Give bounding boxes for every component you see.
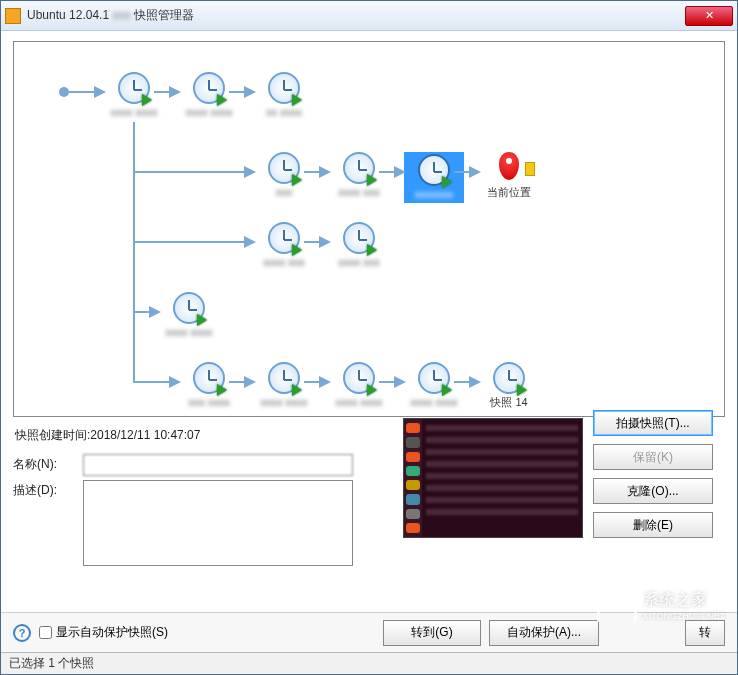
snapshot-node-selected[interactable]: xxxxxxx <box>404 152 464 203</box>
origin-node[interactable] <box>59 87 69 97</box>
snapshot-node[interactable]: xxxx xxxx <box>404 362 464 409</box>
content-area: xxxx xxxx xxxx xxxx xx xxxx xxx xxxx xxx… <box>1 31 737 612</box>
snapshot-node[interactable]: xxxx xxx <box>329 152 389 199</box>
help-icon[interactable]: ? <box>13 624 31 642</box>
delete-button[interactable]: 删除(E) <box>593 512 713 538</box>
snapshot-node[interactable]: xxxx xxxx <box>179 72 239 119</box>
snapshot-node[interactable]: xxx xxxx <box>179 362 239 409</box>
bottom-toolbar: ? 显示自动保护快照(S) 转到(G) 自动保护(A)... 转 系统之家 XI… <box>1 612 737 652</box>
goto2-button[interactable]: 转 <box>685 620 725 646</box>
show-autoprotect-input[interactable] <box>39 626 52 639</box>
take-snapshot-button[interactable]: 拍摄快照(T)... <box>593 410 713 436</box>
description-textarea[interactable] <box>83 480 353 566</box>
snapshot-tree-panel[interactable]: xxxx xxxx xxxx xxxx xx xxxx xxx xxxx xxx… <box>13 41 725 417</box>
snapshot-node[interactable]: xx xxxx <box>254 72 314 119</box>
snapshot-14-node[interactable]: 快照 14 <box>479 362 539 409</box>
snapshot-node[interactable]: xxxx xxxx <box>159 292 219 339</box>
window-title: Ubuntu 12.04.1 xxx 快照管理器 <box>27 7 685 24</box>
titlebar[interactable]: Ubuntu 12.04.1 xxx 快照管理器 ✕ <box>1 1 737 31</box>
app-icon <box>5 8 21 24</box>
goto-button[interactable]: 转到(G) <box>383 620 481 646</box>
snapshot-thumbnail[interactable] <box>403 418 583 538</box>
snapshot-node[interactable]: xxx <box>254 152 314 199</box>
status-selection-text: 已选择 1 个快照 <box>9 655 94 672</box>
current-location-node[interactable]: 当前位置 <box>479 152 539 199</box>
name-input[interactable] <box>83 454 353 476</box>
watermark: 系统之家 XITONGZHIJIA.NET <box>597 588 725 622</box>
snapshot-node[interactable]: xxxx xxxx <box>254 362 314 409</box>
snapshot-node[interactable]: xxxx xxx <box>254 222 314 269</box>
show-autoprotect-checkbox[interactable]: 显示自动保护快照(S) <box>39 624 375 641</box>
name-label: 名称(N): <box>13 454 83 473</box>
snapshot-manager-window: Ubuntu 12.04.1 xxx 快照管理器 ✕ xxxx xxxx xxx… <box>0 0 738 675</box>
snapshot-node[interactable]: xxxx xxx <box>329 222 389 269</box>
statusbar: 已选择 1 个快照 <box>1 652 737 674</box>
snapshot-node[interactable]: xxxx xxxx <box>329 362 389 409</box>
snapshot-node[interactable]: xxxx xxxx <box>104 72 164 119</box>
autoprotect-button[interactable]: 自动保护(A)... <box>489 620 599 646</box>
description-label: 描述(D): <box>13 480 83 499</box>
close-button[interactable]: ✕ <box>685 6 733 26</box>
clone-button[interactable]: 克隆(O)... <box>593 478 713 504</box>
watermark-logo-icon <box>597 588 637 622</box>
keep-button[interactable]: 保留(K) <box>593 444 713 470</box>
